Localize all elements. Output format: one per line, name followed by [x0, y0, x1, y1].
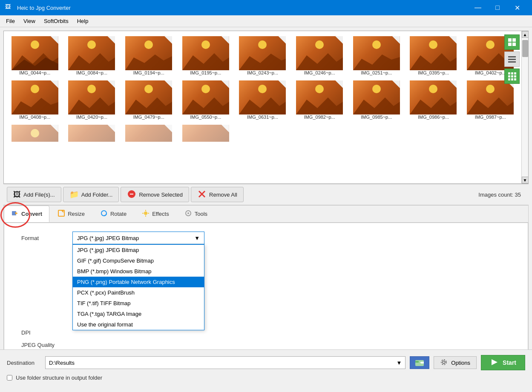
svg-marker-56 [492, 359, 497, 365]
options-gear-icon [440, 358, 448, 367]
toolbar: 🖼 Add File(s)... 📁 Add Folder... Remove … [3, 184, 529, 205]
destination-label: Destination [7, 360, 41, 366]
add-folder-icon: 📁 [69, 190, 79, 199]
gallery-scrollbar[interactable]: ▲ ▼ [521, 31, 528, 183]
minimize-button[interactable]: — [468, 0, 488, 15]
list-item[interactable]: IMG_0985~p... [349, 79, 404, 121]
svg-marker-7 [353, 54, 400, 70]
list-item[interactable]: IMG_0420~p... [64, 79, 120, 121]
grid-view-button[interactable] [504, 69, 520, 84]
options-label: Options [451, 360, 470, 366]
scrollbar-track[interactable] [522, 38, 528, 177]
list-item[interactable]: IMG_0195~p... [178, 34, 233, 77]
dropdown-item-gif[interactable]: GIF (*.gif) CompuServe Bitmap [73, 255, 204, 266]
dropdown-item-png[interactable]: PNG (*.png) Portable Network Graphics [73, 277, 204, 287]
destination-row: Destination D:\Results ▼ [7, 355, 525, 370]
remove-all-icon [197, 189, 207, 200]
thumbnail-view-button[interactable] [504, 34, 520, 50]
destination-path-field[interactable]: D:\Results ▼ [45, 356, 405, 369]
list-item[interactable]: IMG_0408~p... [7, 79, 63, 121]
list-item[interactable] [64, 123, 120, 144]
folder-structure-checkbox[interactable] [7, 375, 12, 381]
list-item[interactable]: IMG_0986~p... [406, 79, 461, 121]
tab-effects[interactable]: Effects [135, 206, 176, 222]
svg-marker-12 [125, 97, 172, 114]
browse-destination-button[interactable] [410, 356, 429, 369]
svg-rect-31 [514, 75, 516, 77]
start-icon [490, 358, 499, 368]
svg-marker-18 [467, 97, 514, 114]
svg-marker-16 [353, 97, 400, 114]
tab-resize[interactable]: Resize [50, 206, 92, 222]
tab-tools[interactable]: Tools [177, 206, 215, 222]
list-item[interactable]: IMG_0251~p... [349, 34, 404, 77]
tab-convert[interactable]: Convert [4, 206, 49, 222]
svg-marker-42 [61, 210, 63, 213]
remove-all-button[interactable]: Remove All [191, 187, 244, 202]
add-files-button[interactable]: 🖼 Add File(s)... [7, 187, 61, 202]
dropdown-item-tif[interactable]: TIF (*.tif) TIFF Bitmap [73, 298, 204, 309]
menu-softorbits[interactable]: SoftOrbits [40, 16, 73, 26]
close-button[interactable]: ✕ [507, 0, 527, 15]
scrollbar-thumb[interactable] [522, 40, 528, 57]
dropdown-item-bmp[interactable]: BMP (*.bmp) Windows Bitmap [73, 266, 204, 277]
tab-bar: Convert Resize [4, 206, 528, 223]
list-item[interactable]: IMG_0631~p... [235, 79, 290, 121]
svg-rect-32 [508, 78, 510, 80]
list-item[interactable] [121, 123, 176, 144]
format-selected-value: JPG (*.jpg) JPEG Bitmap [77, 235, 139, 241]
format-select-wrapper: JPG (*.jpg) JPEG Bitmap ▼ JPG (*.jpg) JP… [72, 232, 204, 244]
svg-point-50 [187, 212, 189, 214]
svg-rect-52 [415, 361, 419, 363]
list-item[interactable]: IMG_0982~p... [292, 79, 347, 121]
list-item[interactable]: IMG_0194~p... [121, 34, 176, 77]
list-item[interactable]: IMG_0550~p... [178, 79, 233, 121]
folder-structure-label: Use folder structure in output folder [16, 375, 102, 381]
svg-rect-22 [512, 43, 516, 46]
menu-file[interactable]: File [2, 16, 19, 26]
svg-marker-4 [182, 53, 229, 70]
svg-rect-25 [508, 61, 516, 63]
dropdown-item-tga[interactable]: TGA (*.tga) TARGA Image [73, 309, 204, 319]
menu-view[interactable]: View [19, 16, 40, 26]
svg-marker-10 [12, 98, 58, 114]
svg-rect-21 [508, 43, 512, 46]
format-select-button[interactable]: JPG (*.jpg) JPEG Bitmap ▼ [72, 232, 204, 244]
list-item[interactable] [178, 123, 233, 144]
start-button[interactable]: Start [481, 355, 525, 370]
destination-path-value: D:\Results [49, 360, 75, 366]
bottom-area: Destination D:\Results ▼ [0, 349, 532, 392]
dropdown-item-jpg[interactable]: JPG (*.jpg) JPEG Bitmap [73, 245, 204, 255]
svg-rect-29 [508, 75, 510, 77]
scrollbar-down-button[interactable]: ▼ [522, 177, 529, 183]
remove-selected-button[interactable]: Remove Selected [121, 187, 189, 202]
list-item[interactable]: IMG_0246~p... [292, 34, 347, 77]
svg-marker-8 [410, 53, 457, 70]
svg-rect-27 [511, 72, 513, 74]
scrollbar-up-button[interactable]: ▲ [522, 31, 529, 38]
start-label: Start [503, 359, 516, 366]
list-item[interactable]: IMG_0987~p... [463, 79, 518, 121]
list-item[interactable]: IMG_0243~p... [235, 34, 290, 77]
maximize-button[interactable]: □ [488, 0, 507, 15]
add-files-icon: 🖼 [13, 190, 21, 199]
menu-help[interactable]: Help [73, 16, 93, 26]
remove-selected-icon [127, 189, 136, 200]
list-item[interactable] [7, 123, 63, 144]
list-item[interactable]: IMG_0084~p... [64, 34, 120, 77]
add-folder-button[interactable]: 📁 Add Folder... [63, 187, 119, 202]
svg-marker-2 [68, 53, 115, 70]
dropdown-item-pcx[interactable]: PCX (*.pcx) PaintBrush [73, 287, 204, 298]
dropdown-item-original[interactable]: Use the original format [73, 319, 204, 330]
svg-marker-14 [239, 97, 286, 114]
svg-rect-28 [514, 72, 516, 74]
list-view-button[interactable] [504, 52, 520, 67]
options-button[interactable]: Options [434, 356, 477, 369]
tab-rotate[interactable]: Rotate [93, 206, 134, 222]
list-item[interactable]: IMG_0479~p... [121, 79, 176, 121]
images-count: Images count: 35 [478, 192, 525, 198]
list-item[interactable]: IMG_0395~p... [406, 34, 461, 77]
app-icon: 🖼 [5, 3, 14, 12]
gallery-scroll-area[interactable]: IMG_0044~p... IMG_0084~p... [4, 31, 521, 183]
list-item[interactable]: IMG_0044~p... [7, 34, 63, 77]
